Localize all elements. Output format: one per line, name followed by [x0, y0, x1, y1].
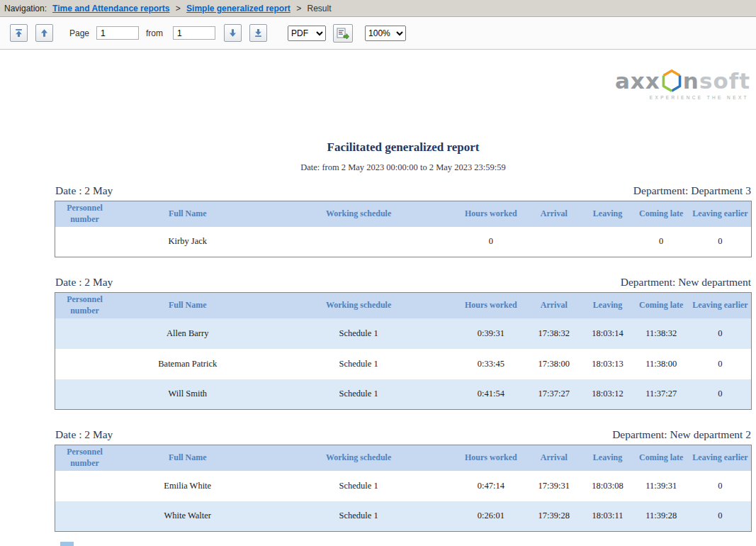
logo-text-axx: axx — [615, 70, 660, 92]
table-cell: 0:47:14 — [456, 471, 526, 501]
column-header: Working schedule — [261, 201, 456, 227]
breadcrumb-link[interactable]: Simple generalized report — [186, 4, 290, 13]
table-cell — [55, 471, 115, 501]
table-cell: 18:03:11 — [582, 501, 633, 532]
table-cell — [526, 227, 582, 257]
header-row: Personnel numberFull NameWorking schedul… — [55, 445, 752, 471]
table-cell: 17:37:27 — [526, 379, 582, 410]
first-page-button[interactable] — [10, 24, 28, 42]
table-cell: 18:03:14 — [582, 318, 633, 349]
column-header: Leaving earlier — [689, 201, 752, 227]
column-header: Leaving — [582, 445, 633, 471]
section-head: Date : 2 MayDepartment: Department 3 — [55, 184, 752, 197]
page-input[interactable] — [96, 26, 139, 40]
table-cell: 11:37:27 — [633, 379, 689, 410]
report-table: Personnel numberFull NameWorking schedul… — [55, 201, 752, 257]
table-cell: 0 — [456, 227, 526, 257]
column-header: Arrival — [526, 201, 582, 227]
export-report-icon — [337, 28, 349, 39]
report-section: Date : 2 MayDepartment: New departmentPe… — [55, 276, 752, 410]
arrow-down-icon — [228, 28, 237, 38]
table-cell: Will Smith — [114, 379, 261, 410]
table-cell: 0:39:31 — [456, 318, 526, 349]
table-cell: Bateman Patrick — [114, 349, 261, 379]
section-date-label: Date : 2 May — [55, 428, 113, 441]
table-cell — [55, 349, 115, 379]
breadcrumb-link[interactable]: Time and Attendance reports — [52, 4, 169, 13]
scrollbar-fragment[interactable] — [60, 542, 74, 546]
table-row: Allen BarrySchedule 10:39:3117:38:3218:0… — [55, 318, 752, 349]
section-date-label: Date : 2 May — [55, 184, 113, 197]
report-viewer: axx n soft EXPERIENCE THE NEXT Facilitat… — [0, 50, 756, 546]
arrow-up-to-line-icon — [14, 28, 23, 38]
table-cell: Schedule 1 — [261, 379, 456, 410]
column-header: Leaving — [582, 293, 633, 318]
logo: axx n soft EXPERIENCE THE NEXT — [615, 69, 750, 100]
page-label: Page — [69, 28, 89, 38]
table-cell: 11:39:28 — [633, 501, 689, 532]
section-department-label: Department: Department 3 — [633, 184, 751, 197]
table-cell: Schedule 1 — [261, 471, 456, 501]
table-cell: 0 — [689, 471, 752, 501]
navigation-label: Navigation: — [4, 4, 47, 13]
report-section: Date : 2 MayDepartment: Department 3Pers… — [55, 184, 752, 257]
prev-page-button[interactable] — [35, 24, 53, 42]
report-sections: Date : 2 MayDepartment: Department 3Pers… — [55, 184, 752, 532]
table-cell: Schedule 1 — [261, 501, 456, 532]
breadcrumb-separator: > — [173, 4, 183, 13]
table-cell: 17:38:32 — [526, 318, 582, 349]
table-cell — [55, 501, 115, 532]
table-cell: 18:03:12 — [582, 379, 633, 410]
table-cell: 18:03:13 — [582, 349, 633, 379]
table-cell: 17:39:28 — [526, 501, 582, 532]
column-header: Working schedule — [261, 445, 456, 471]
column-header: Personnel number — [55, 445, 115, 471]
table-cell: 0 — [689, 379, 752, 410]
table-cell — [261, 227, 456, 257]
table-row: Will SmithSchedule 10:41:5417:37:2718:03… — [55, 379, 752, 410]
table-cell — [55, 318, 115, 349]
table-cell: 11:39:31 — [633, 471, 689, 501]
table-cell: 17:38:00 — [526, 349, 582, 379]
zoom-select[interactable]: 100% — [365, 26, 406, 41]
hexagon-logo-icon — [661, 69, 682, 92]
column-header: Leaving — [582, 201, 633, 227]
report-title: Facilitated generalized report — [55, 50, 752, 155]
logo-tagline: EXPERIENCE THE NEXT — [615, 95, 750, 100]
column-header: Hours worked — [456, 201, 526, 227]
column-header: Coming late — [633, 293, 689, 318]
arrow-up-icon — [40, 28, 49, 38]
column-header: Personnel number — [55, 201, 115, 227]
table-row: White WalterSchedule 10:26:0117:39:2818:… — [55, 501, 752, 532]
last-page-button[interactable] — [249, 24, 267, 42]
column-header: Hours worked — [456, 293, 526, 318]
export-button[interactable] — [333, 24, 353, 43]
table-cell — [582, 227, 633, 257]
column-header: Full Name — [114, 201, 261, 227]
section-head: Date : 2 MayDepartment: New department — [55, 276, 752, 289]
breadcrumb-current: Result — [308, 4, 332, 13]
section-date-label: Date : 2 May — [55, 276, 113, 289]
table-cell: Allen Barry — [114, 318, 261, 349]
section-department-label: Department: New department — [621, 276, 751, 289]
logo-text-n: n — [683, 70, 699, 92]
table-row: Kirby Jack000 — [55, 227, 752, 257]
total-pages-input[interactable] — [173, 26, 215, 40]
breadcrumb: Time and Attendance reports > Simple gen… — [50, 4, 331, 13]
header-row: Personnel numberFull NameWorking schedul… — [55, 201, 752, 227]
logo-text-soft: soft — [699, 70, 750, 92]
table-cell: Schedule 1 — [261, 349, 456, 379]
table-cell: 0:41:54 — [456, 379, 526, 410]
table-cell: 17:39:31 — [526, 471, 582, 501]
next-page-button[interactable] — [224, 24, 242, 42]
column-header: Coming late — [633, 201, 689, 227]
column-header: Arrival — [526, 293, 582, 318]
from-label: from — [146, 28, 163, 38]
report-content: Facilitated generalized report Date: fro… — [55, 50, 752, 532]
table-cell: 0:26:01 — [456, 501, 526, 532]
table-row: Emilia WhiteSchedule 10:47:1417:39:3118:… — [55, 471, 752, 501]
table-cell: White Walter — [114, 501, 261, 532]
report-toolbar: Page from PDF 100% — [0, 17, 756, 50]
column-header: Working schedule — [261, 293, 456, 318]
format-select[interactable]: PDF — [288, 26, 326, 41]
